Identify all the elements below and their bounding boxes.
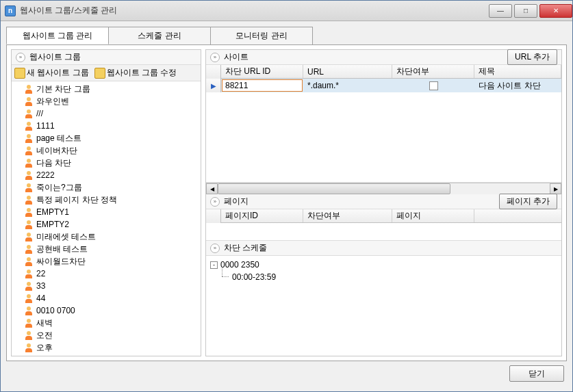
person-icon xyxy=(24,244,34,254)
edit-group-button[interactable]: 웹사이트 그룹 수정 xyxy=(94,67,177,79)
tree-item[interactable]: 특정 페이지 차단 정책 xyxy=(21,194,199,206)
group-toolbar: 새 웹사이트 그룹 웹사이트 그룹 수정 xyxy=(12,65,201,81)
tree-item[interactable]: 네이버차단 xyxy=(21,144,199,157)
page-section-title: 페이지 xyxy=(224,196,249,207)
schedule-tree[interactable]: - 0000 2350 00:00-23:59 xyxy=(206,256,561,356)
titlebar: n 웹사이트 그룹/스케줄 관리 — □ ✕ xyxy=(1,1,572,21)
col-url[interactable]: URL xyxy=(303,65,392,78)
add-url-button[interactable]: URL 추가 xyxy=(507,49,557,65)
page-grid[interactable]: 페이지ID 차단여부 페이지 xyxy=(206,209,561,241)
tree-item[interactable]: 1111 xyxy=(21,120,199,132)
schedule-item[interactable]: 00:00-23:59 xyxy=(220,271,559,283)
new-group-button[interactable]: 새 웹사이트 그룹 xyxy=(14,67,89,79)
cell-title[interactable]: 다음 사이트 차단 xyxy=(474,79,561,92)
expand-icon[interactable]: » xyxy=(210,197,220,207)
tree-item[interactable]: 0010 0700 xyxy=(21,304,199,317)
tree-item-label: 싸이월드차단 xyxy=(36,256,86,267)
tree-item[interactable]: 오후 xyxy=(21,341,199,354)
col-block-url-id[interactable]: 차단 URL ID xyxy=(221,65,303,78)
tree-item-label: EMPTY2 xyxy=(36,220,69,229)
tree-item[interactable]: EMPTY2 xyxy=(21,218,199,231)
group-section-title: 웹사이트 그룹 xyxy=(29,51,81,63)
maximize-button[interactable]: □ xyxy=(514,4,537,18)
tree-item[interactable]: 와우인벤 xyxy=(21,95,199,107)
close-button[interactable]: ✕ xyxy=(539,4,572,18)
group-section-header: » 웹사이트 그룹 xyxy=(12,50,201,65)
tab-website-group[interactable]: 웹사이트 그룹 관리 xyxy=(6,27,109,44)
col-page-block[interactable]: 차단여부 xyxy=(303,209,392,222)
tree-item[interactable]: 오전 xyxy=(21,329,199,341)
tree-item-label: 네이버차단 xyxy=(36,145,77,157)
tabstrip: 웹사이트 그룹 관리 스케줄 관리 모니터링 관리 xyxy=(6,27,567,44)
add-page-button[interactable]: 페이지 추가 xyxy=(499,194,557,209)
site-hscroll[interactable]: ◀ ▶ xyxy=(206,183,561,194)
tree-item[interactable]: 싸이월드차단 xyxy=(21,255,199,267)
person-icon xyxy=(24,293,34,303)
tree-item[interactable]: 죽이는?그룹 xyxy=(21,181,199,194)
person-icon xyxy=(24,84,34,94)
expand-icon[interactable]: » xyxy=(16,53,25,62)
scroll-left-icon[interactable]: ◀ xyxy=(206,183,218,194)
tree-item[interactable]: 44 xyxy=(21,292,199,304)
person-icon xyxy=(24,109,34,118)
schedule-section-header: » 차단 스케줄 xyxy=(206,241,561,256)
person-icon xyxy=(24,183,34,192)
tree-item[interactable]: 2222 xyxy=(21,169,199,181)
row-indicator-header xyxy=(206,209,221,223)
person-icon xyxy=(24,318,34,328)
person-icon xyxy=(24,355,34,356)
site-grid-header: 차단 URL ID URL 차단여부 제목 xyxy=(206,65,561,79)
person-icon xyxy=(24,257,34,266)
tree-item-label: 1111 xyxy=(36,121,55,131)
tree-item[interactable]: 새벽 xyxy=(21,317,199,329)
edit-group-icon xyxy=(94,68,105,79)
col-block-flag[interactable]: 차단여부 xyxy=(392,65,474,78)
tree-item[interactable]: 밤 xyxy=(21,354,199,356)
tree-item-label: 죽이는?그룹 xyxy=(36,182,82,194)
tree-item-label: 44 xyxy=(36,293,45,303)
col-page-id[interactable]: 페이지ID xyxy=(221,209,303,222)
row-indicator-header xyxy=(206,65,221,79)
tree-item[interactable]: EMPTY1 xyxy=(21,206,199,218)
tree-item-label: 다음 차단 xyxy=(36,157,71,169)
tree-item-label: 특정 페이지 차단 정책 xyxy=(36,194,117,206)
tree-item[interactable]: /// xyxy=(21,107,199,120)
group-tree[interactable]: 기본 차단 그룹와우인벤///1111page 테스트네이버차단다음 차단222… xyxy=(12,81,201,356)
tree-item[interactable]: 기본 차단 그룹 xyxy=(21,83,199,95)
block-checkbox[interactable] xyxy=(429,81,438,90)
person-icon xyxy=(24,133,34,143)
expand-icon[interactable]: » xyxy=(210,53,220,62)
person-icon xyxy=(24,269,34,278)
minimize-button[interactable]: — xyxy=(489,4,512,18)
tab-monitoring[interactable]: 모니터링 관리 xyxy=(210,27,313,44)
person-icon xyxy=(24,207,34,217)
footer: 닫기 xyxy=(6,361,567,386)
cell-url[interactable]: *.daum.* xyxy=(303,79,392,92)
schedule-root[interactable]: - 0000 2350 xyxy=(220,259,559,271)
col-page[interactable]: 페이지 xyxy=(392,209,474,222)
person-icon xyxy=(24,220,34,229)
scroll-thumb[interactable] xyxy=(218,183,450,194)
site-row[interactable]: ▶ 88211 *.daum.* 다음 사이트 차단 xyxy=(206,79,561,92)
tree-item[interactable]: 다음 차단 xyxy=(21,157,199,169)
scroll-right-icon[interactable]: ▶ xyxy=(550,183,561,194)
person-icon xyxy=(24,195,34,205)
new-group-icon xyxy=(14,68,25,79)
page-section-header: » 페이지 페이지 추가 xyxy=(206,194,561,209)
tab-schedule[interactable]: 스케줄 관리 xyxy=(108,27,211,44)
person-icon xyxy=(24,281,34,291)
tree-item[interactable]: 공현배 테스트 xyxy=(21,243,199,255)
expand-icon[interactable]: » xyxy=(210,244,220,253)
tree-item[interactable]: 미래에셋 테스트 xyxy=(21,231,199,243)
tree-item[interactable]: page 테스트 xyxy=(21,132,199,144)
person-icon xyxy=(24,146,34,155)
site-grid[interactable]: 차단 URL ID URL 차단여부 제목 ▶ 88211 *.daum.* xyxy=(206,65,561,183)
person-icon xyxy=(24,121,34,131)
tree-item[interactable]: 33 xyxy=(21,280,199,292)
tree-collapse-icon[interactable]: - xyxy=(210,261,218,269)
col-title[interactable]: 제목 xyxy=(474,65,561,78)
tree-item[interactable]: 22 xyxy=(21,267,199,280)
close-dialog-button[interactable]: 닫기 xyxy=(509,365,564,382)
cell-id-edit[interactable]: 88211 xyxy=(222,79,303,92)
site-section-title: 사이트 xyxy=(224,51,249,63)
